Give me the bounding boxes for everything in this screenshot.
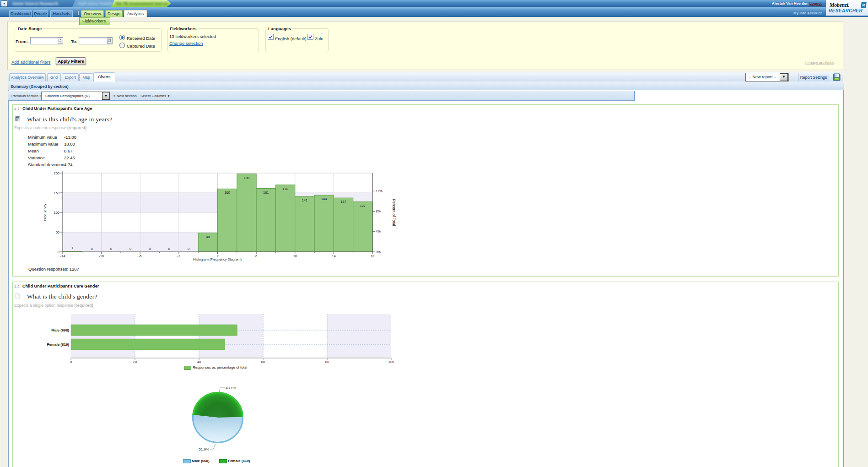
svg-text:0: 0 xyxy=(58,250,59,254)
svg-text:48.1%: 48.1% xyxy=(226,386,236,390)
svg-text:0: 0 xyxy=(149,247,151,251)
svg-text:12%: 12% xyxy=(376,189,383,193)
svg-text:100: 100 xyxy=(388,360,394,364)
svg-text:170: 170 xyxy=(282,187,288,191)
svg-text:-14: -14 xyxy=(60,254,65,258)
svg-text:0: 0 xyxy=(188,247,189,251)
svg-text:0: 0 xyxy=(110,247,112,251)
svg-text:Percent of Total: Percent of Total xyxy=(392,199,396,226)
svg-text:144: 144 xyxy=(321,197,327,201)
svg-text:127: 127 xyxy=(360,204,366,208)
svg-text:-10: -10 xyxy=(99,254,104,258)
svg-text:6: 6 xyxy=(255,254,257,258)
svg-text:60: 60 xyxy=(261,360,265,364)
svg-text:80: 80 xyxy=(325,360,329,364)
svg-text:Histogram (Frequency Diagram): Histogram (Frequency Diagram) xyxy=(193,257,242,261)
svg-text:1: 1 xyxy=(71,246,73,250)
svg-text:161: 161 xyxy=(263,190,269,195)
svg-text:4%: 4% xyxy=(376,229,381,234)
svg-text:Male (668): Male (668) xyxy=(51,328,69,332)
svg-text:51.9%: 51.9% xyxy=(199,447,209,451)
svg-text:14: 14 xyxy=(332,254,335,258)
svg-text:48: 48 xyxy=(206,235,210,239)
svg-text:100: 100 xyxy=(54,211,59,215)
svg-text:8%: 8% xyxy=(376,209,381,213)
svg-text:-6: -6 xyxy=(139,254,142,258)
svg-text:Female (619): Female (619) xyxy=(47,342,70,347)
svg-text:50: 50 xyxy=(56,230,59,234)
svg-text:Frequency: Frequency xyxy=(43,204,47,221)
svg-text:0%: 0% xyxy=(376,250,381,254)
svg-text:160: 160 xyxy=(224,190,230,195)
svg-text:0: 0 xyxy=(91,247,92,251)
svg-text:18: 18 xyxy=(371,254,374,258)
svg-text:40: 40 xyxy=(197,360,201,364)
svg-text:150: 150 xyxy=(54,191,59,195)
svg-text:0: 0 xyxy=(70,360,72,364)
svg-text:20: 20 xyxy=(133,360,137,364)
svg-text:0: 0 xyxy=(168,247,170,251)
svg-text:-2: -2 xyxy=(178,254,181,258)
svg-text:10: 10 xyxy=(293,254,297,258)
svg-text:141: 141 xyxy=(302,198,308,202)
svg-text:0: 0 xyxy=(129,247,131,251)
svg-text:137: 137 xyxy=(340,200,346,204)
svg-text:200: 200 xyxy=(54,171,59,175)
svg-text:198: 198 xyxy=(244,176,250,180)
